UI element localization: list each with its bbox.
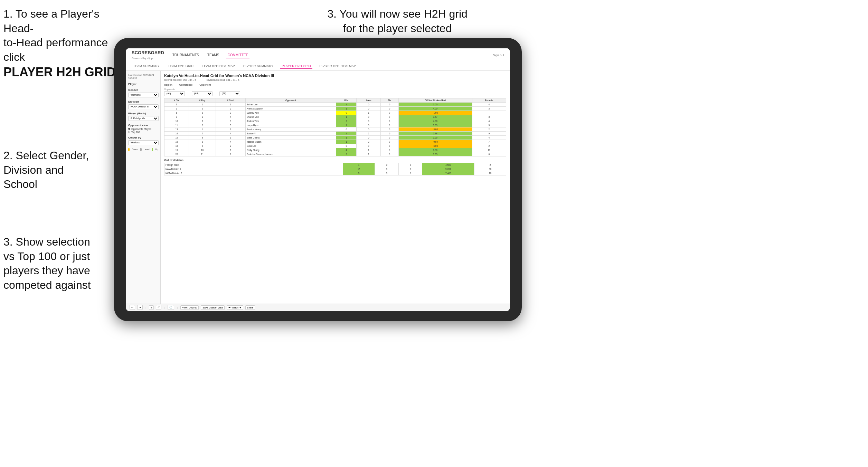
watch-button[interactable]: 👁 Watch ▼ [227,305,243,310]
grid-subtitle: Overall Record: 353 - 34 - 6 Division Re… [164,78,506,82]
panel-opponent-view: Opponent view Opponents Played Top 100 [128,124,158,133]
td-opponent: Jessica Mason [245,140,336,144]
opponent-filter-label: Opponent [199,84,211,86]
save-custom-view-button[interactable]: Save Custom View [201,305,225,310]
instruction-top-right: 3. You will now see H2H grid for the pla… [311,7,484,36]
share-button[interactable]: Share [245,305,255,310]
td-loss: 2 [357,140,381,144]
scoreboard-logo: SCOREBOARD Powered by clippd [132,50,164,60]
td-tie: 0 [381,131,398,135]
legend-down-label: Down [132,148,138,151]
redo-button[interactable]: ↪ [137,305,143,310]
td-conf: 3 [216,119,245,123]
table-row: 3 1 1 Esther Lee 1 0 0 1.50 4 [164,102,506,106]
conference-filter-select[interactable]: (All) [192,91,213,96]
td-conf: 1 [216,102,245,106]
td-loss: 1 [357,152,381,156]
td-loss: 0 [357,106,381,111]
gender-label: Gender [128,88,158,92]
sub-nav-team-h2h-heatmap[interactable]: TEAM H2H HEATMAP [200,64,236,69]
legend-level-label: Level [144,148,150,151]
nav-link-teams[interactable]: TEAMS [206,53,220,58]
table-row: 13 1 1 Jessica Huang 0 0 0 -3.00 2 [164,127,506,131]
td-diff: -3.00 [398,127,472,131]
radio-top-100[interactable]: Top 100 [128,131,158,133]
filter-conference: Conference [179,84,193,86]
nav-link-committee[interactable]: COMMITTEE [226,53,249,58]
td-loss: 0 [357,115,381,119]
view-original-button[interactable]: View: Original [180,305,199,310]
sub-nav-team-h2h-grid[interactable]: TEAM H2H GRID [167,64,195,69]
sub-nav-team-summary[interactable]: TEAM SUMMARY [132,64,161,69]
td-win: 1 [336,140,357,144]
opponent-filter-select[interactable]: (All) [219,91,240,96]
radio-opponents-played[interactable]: Opponents Played [128,128,158,130]
player-rank-select[interactable]: 8. Katelyn Vo [128,116,159,121]
td-win: 1 [336,123,357,127]
td-loss: 0 [357,127,381,131]
instruction-mid-left: 2. Select Gender, Division and School [3,149,114,192]
td-diff: 1.50 [398,102,472,106]
td-diff: -5.00 [398,144,472,148]
filter-opponent: Opponent [199,84,211,86]
panel-player-section: Player [128,83,158,86]
td-diff: -1.00 [398,111,472,115]
sub-nav-player-h2h-grid[interactable]: PLAYER H2H GRID [280,64,312,69]
th-div: # Div [164,98,189,102]
ood-loss: 0 [375,171,399,175]
th-conf: # Conf [216,98,245,102]
td-rounds: 2 [472,127,506,131]
refresh-button[interactable]: ↺ [156,305,161,310]
ood-rounds: 2 [474,163,506,167]
division-select[interactable]: NCAA Division III [128,104,159,109]
nav-sign-out[interactable]: Sign out [493,54,504,57]
td-tie: 0 [381,102,398,106]
td-div: 15 [164,135,189,140]
undo-button[interactable]: ↩ [130,305,135,310]
nav-top: SCOREBOARD Powered by clippd TOURNAMENTS… [132,50,504,62]
ood-rounds: 10 [474,171,506,175]
clock-button[interactable]: 🕐 [168,305,174,310]
radio-dot-opponents-played [128,128,130,130]
td-loss: 0 [357,119,381,123]
panel-division-section: Division NCAA Division III [128,100,158,109]
sub-nav-player-summary[interactable]: PLAYER SUMMARY [242,64,275,69]
ood-label: Foreign Team [164,163,343,167]
td-reg: 7 [189,131,216,135]
conference-filter-label: Conference [179,84,193,86]
tablet-screen: SCOREBOARD Powered by clippd TOURNAMENTS… [126,48,510,311]
copy-button[interactable]: ⎘ [149,305,154,310]
td-div: 20 [164,152,189,156]
td-conf: 4 [216,115,245,119]
td-win: 0 [336,111,357,115]
td-reg: 1 [189,115,216,119]
td-rounds: 4 [472,102,506,106]
td-rounds: 9 [472,131,506,135]
td-rounds: 6 [472,152,506,156]
ood-row: NAIA Division 1 15 0 0 9.267 30 [164,167,506,171]
td-reg: 10 [189,148,216,152]
td-tie: 0 [381,152,398,156]
colour-by-label: Colour by [128,136,158,139]
ood-loss: 0 [375,167,399,171]
td-conf: 7 [216,152,245,156]
td-tie: 0 [381,119,398,123]
sub-nav: TEAM SUMMARY TEAM H2H GRID TEAM H2H HEAT… [132,62,504,70]
td-tie: 0 [381,135,398,140]
td-conf: 2 [216,144,245,148]
gender-select[interactable]: Women's [128,93,159,97]
legend-level-dot [140,148,141,151]
opponents-sublabel: Opponents: [164,88,185,90]
td-conf: 2 [216,106,245,111]
left-panel: Last Updated: 27/03/202416:55:38 Player … [126,71,161,304]
h2h-table: # Div # Reg # Conf Opponent Win Loss Tie… [164,98,506,156]
colour-by-select[interactable]: Win/loss [128,140,159,145]
td-conf: 5 [216,123,245,127]
sub-nav-player-h2h-heatmap[interactable]: PLAYER H2H HEATMAP [318,64,357,69]
region-filter-select[interactable]: (All) [164,91,185,96]
nav-link-tournaments[interactable]: TOURNAMENTS [171,53,200,58]
panel-gender-section: Gender Women's [128,88,158,97]
td-reg: 2 [189,106,216,111]
table-row: 15 8 5 Stella Cheng 1 0 0 1.25 4 [164,135,506,140]
td-reg: 2 [189,123,216,127]
